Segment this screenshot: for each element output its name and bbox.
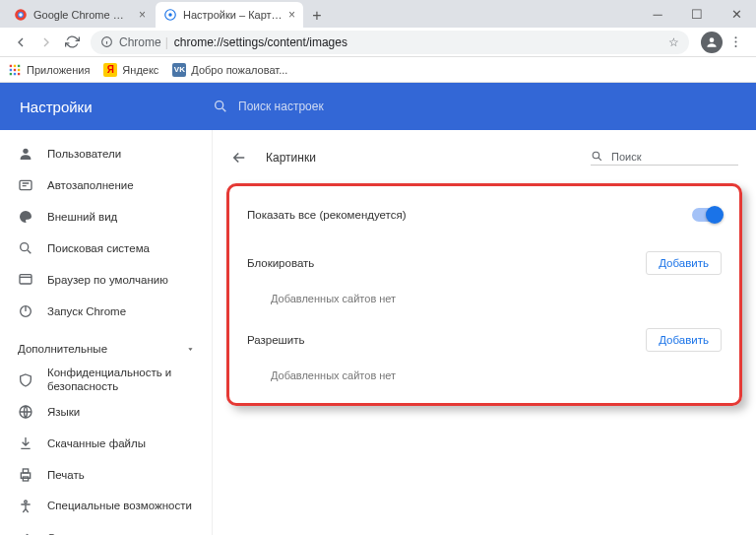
svg-point-22 — [21, 243, 29, 251]
yandex-icon: Я — [103, 63, 117, 77]
sidebar-item-privacy[interactable]: Конфиденциальность и безопасность — [0, 365, 212, 396]
sidebar-item-system[interactable]: Система — [0, 522, 212, 535]
allow-title: Разрешить — [247, 334, 305, 346]
block-empty: Добавленных сайтов нет — [247, 285, 722, 308]
sidebar-item-label: Поисковая система — [47, 242, 150, 254]
maximize-button[interactable]: ☐ — [677, 0, 717, 28]
page-search[interactable]: Поиск — [591, 150, 738, 166]
close-window-button[interactable]: ✕ — [717, 0, 756, 28]
settings-title: Настройки — [0, 99, 213, 115]
search-placeholder: Поиск — [611, 151, 641, 163]
svg-rect-14 — [14, 68, 16, 70]
sidebar-item-label: Браузер по умолчанию — [47, 274, 168, 286]
svg-point-29 — [25, 501, 28, 503]
svg-rect-13 — [10, 68, 12, 70]
wrench-icon — [18, 530, 33, 535]
apps-icon — [8, 63, 22, 77]
svg-rect-23 — [20, 275, 32, 284]
search-icon — [591, 150, 603, 163]
block-section: Блокировать Добавить — [247, 241, 722, 285]
sidebar-item-users[interactable]: Пользователи — [0, 138, 212, 169]
tab-title: Настройки – Картинки — [183, 9, 283, 21]
settings-search[interactable]: Поиск настроек — [213, 99, 756, 114]
window-controls: ─ ☐ ✕ — [638, 0, 756, 28]
avatar[interactable] — [701, 32, 723, 53]
tab-title: Google Chrome — скачать бесп — [33, 9, 133, 21]
omnibox-path: chrome://settings/content/images — [174, 35, 347, 49]
svg-rect-12 — [18, 64, 20, 66]
menu-button[interactable] — [723, 30, 748, 55]
shield-icon — [18, 372, 33, 388]
sidebar-item-autofill[interactable]: Автозаполнение — [0, 169, 212, 201]
sidebar-item-label: Пользователи — [47, 148, 121, 160]
allow-section: Разрешить Добавить — [247, 318, 722, 362]
gear-icon — [163, 8, 177, 22]
sidebar-item-label: Автозаполнение — [47, 179, 134, 191]
close-icon[interactable]: × — [288, 8, 295, 22]
sidebar-item-label: Скачанные файлы — [47, 437, 146, 449]
add-allow-button[interactable]: Добавить — [646, 328, 722, 352]
vk-icon: VK — [172, 63, 186, 77]
svg-rect-11 — [14, 64, 16, 66]
page-subheader: Картинки Поиск — [213, 138, 756, 177]
bookmark-label: Приложения — [27, 64, 90, 76]
download-icon — [18, 435, 33, 451]
reload-button[interactable] — [59, 30, 85, 55]
sidebar-section-advanced[interactable]: Дополнительные — [0, 333, 212, 365]
palette-icon — [18, 209, 33, 225]
star-icon[interactable]: ☆ — [668, 35, 679, 49]
new-tab-button[interactable]: + — [305, 4, 329, 28]
svg-point-7 — [734, 36, 736, 38]
print-icon — [18, 467, 33, 483]
yandex-bookmark[interactable]: Я Яндекс — [103, 63, 158, 77]
sidebar-item-search-engine[interactable]: Поисковая система — [0, 233, 212, 264]
vk-bookmark[interactable]: VK Добро пожаловат... — [172, 63, 287, 77]
sidebar-item-appearance[interactable]: Внешний вид — [0, 201, 212, 233]
svg-rect-16 — [10, 72, 12, 74]
sidebar-item-print[interactable]: Печать — [0, 459, 212, 491]
sidebar-item-a11y[interactable]: Специальные возможности — [0, 491, 212, 522]
sidebar-item-label: Запуск Chrome — [47, 305, 126, 317]
close-icon[interactable]: × — [139, 8, 146, 22]
add-block-button[interactable]: Добавить — [646, 251, 722, 275]
browser-icon — [18, 272, 33, 288]
sidebar-item-label: Внешний вид — [47, 211, 117, 223]
back-icon[interactable] — [230, 149, 248, 167]
svg-point-4 — [168, 13, 172, 17]
show-all-row: Показать все (рекомендуется) — [247, 198, 722, 232]
svg-rect-17 — [14, 72, 16, 74]
globe-icon — [18, 404, 33, 420]
block-title: Блокировать — [247, 257, 314, 269]
show-all-toggle[interactable] — [692, 208, 722, 222]
tab-item[interactable]: Google Chrome — скачать бесп × — [6, 2, 154, 28]
svg-rect-15 — [18, 68, 20, 70]
sidebar-item-default-browser[interactable]: Браузер по умолчанию — [0, 264, 212, 296]
page-title: Картинки — [266, 151, 316, 165]
sidebar-item-startup[interactable]: Запуск Chrome — [0, 296, 212, 327]
svg-point-30 — [593, 152, 599, 159]
search-icon — [213, 99, 228, 114]
search-icon — [18, 240, 33, 256]
tab-item[interactable]: Настройки – Картинки × — [156, 2, 303, 28]
svg-point-6 — [710, 37, 715, 42]
svg-point-9 — [734, 45, 736, 47]
bookmarks-bar: Приложения Я Яндекс VK Добро пожаловат..… — [0, 57, 756, 83]
sidebar-item-downloads[interactable]: Скачанные файлы — [0, 428, 212, 459]
back-button[interactable] — [8, 30, 33, 55]
a11y-icon — [18, 499, 33, 514]
omnibox[interactable]: Chrome | chrome://settings/content/image… — [91, 31, 689, 54]
minimize-button[interactable]: ─ — [638, 0, 677, 28]
images-settings-card: Показать все (рекомендуется) Блокировать… — [226, 183, 742, 406]
sidebar-section-label: Дополнительные — [18, 343, 107, 355]
sidebar-item-languages[interactable]: Языки — [0, 396, 212, 428]
apps-bookmark[interactable]: Приложения — [8, 63, 90, 77]
allow-empty: Добавленных сайтов нет — [247, 362, 722, 385]
svg-point-19 — [216, 101, 223, 109]
power-icon — [18, 303, 33, 319]
svg-point-8 — [734, 41, 736, 43]
info-icon — [100, 35, 113, 48]
search-placeholder: Поиск настроек — [238, 100, 324, 113]
svg-rect-18 — [18, 72, 20, 74]
svg-rect-10 — [10, 64, 12, 66]
forward-button[interactable] — [33, 30, 59, 55]
